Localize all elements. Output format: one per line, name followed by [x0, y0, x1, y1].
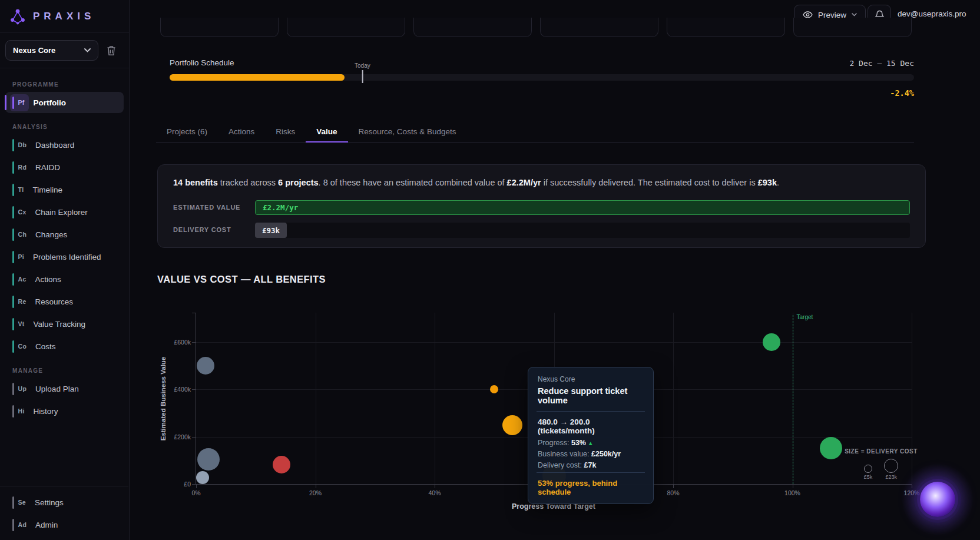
tab-projects-6[interactable]: Projects (6)	[156, 121, 218, 142]
nav-item-accent-bar	[12, 251, 14, 263]
user-email[interactable]: dev@usepraxis.pro	[898, 9, 966, 18]
benefit-bubble[interactable]	[273, 456, 290, 473]
nav-item-accent-bar	[12, 206, 14, 218]
y-axis-title: Estimated Business Value	[160, 357, 167, 441]
programme-select[interactable]: Nexus Core	[5, 40, 98, 61]
summary-card-stub[interactable]	[540, 18, 658, 37]
estimated-value-label: ESTIMATED VALUE	[173, 204, 240, 211]
tab-bar: Projects (6)ActionsRisksValueResource, C…	[156, 121, 914, 143]
tooltip-title: Reduce support ticket volume	[538, 386, 644, 405]
benefit-bubble[interactable]	[763, 333, 780, 351]
benefit-bubble[interactable]	[820, 437, 842, 459]
nav-item-badge: Ac	[10, 271, 31, 288]
sidebar-item-timeline[interactable]: TlTimeline	[5, 179, 124, 200]
tab-risks[interactable]: Risks	[265, 121, 306, 142]
tooltip-row: Business value: £250k/yr	[538, 450, 644, 458]
summary-card-stub[interactable]	[793, 18, 912, 37]
nav-item-accent-bar	[12, 340, 14, 353]
size-legend: SIZE = DELIVERY COST £5k£23k	[840, 448, 922, 480]
sidebar-item-costs[interactable]: CoCosts	[5, 336, 124, 357]
benefit-bubble[interactable]	[490, 385, 498, 393]
tab-value[interactable]: Value	[306, 121, 347, 142]
nav-item-accent-bar	[12, 405, 14, 418]
nav-item-label: Chain Explorer	[35, 208, 88, 217]
summary-card-stub[interactable]	[160, 18, 279, 37]
sidebar-item-changes[interactable]: ChChanges	[5, 224, 124, 245]
nav-item-accent-bar	[12, 496, 14, 509]
y-axis-tick	[192, 389, 196, 390]
tab-actions[interactable]: Actions	[218, 121, 265, 142]
benefits-summary-card: 14 benefits tracked across 6 projects. 8…	[157, 164, 926, 248]
y-gridline	[196, 342, 912, 343]
nav-item-abbr: Re	[18, 298, 27, 305]
x-tick-label: 80%	[667, 489, 679, 496]
schedule-title: Portfolio Schedule	[170, 58, 234, 67]
benefit-bubble-hovered[interactable]	[502, 415, 522, 435]
summary-segment: 6 projects	[278, 178, 319, 187]
sidebar-item-dashboard[interactable]: DbDashboard	[5, 134, 124, 155]
today-marker: Today	[355, 62, 370, 83]
benefit-bubble[interactable]	[196, 471, 209, 484]
sidebar-item-problems-identified[interactable]: PiProblems Identified	[5, 246, 124, 267]
y-axis-top-tick	[192, 313, 196, 313]
today-label: Today	[355, 62, 370, 69]
up-triangle-indicator: ▲	[586, 440, 594, 446]
schedule-progress-track	[170, 74, 914, 81]
nav-item-label: Problems Identified	[33, 253, 101, 261]
programme-select-value: Nexus Core	[13, 46, 55, 55]
nav-item-abbr: Vt	[18, 320, 25, 327]
sidebar-item-actions[interactable]: AcActions	[5, 269, 124, 290]
sidebar-item-chain-explorer[interactable]: CxChain Explorer	[5, 201, 124, 223]
sidebar-item-history[interactable]: HiHistory	[5, 400, 124, 422]
sidebar-item-upload-plan[interactable]: UpUpload Plan	[5, 378, 124, 399]
y-axis-tick	[192, 484, 196, 485]
summary-card-stub[interactable]	[413, 18, 532, 37]
sidebar-item-resources[interactable]: ReResources	[5, 291, 124, 312]
sidebar-item-settings[interactable]: SeSettings	[5, 492, 123, 513]
nav-item-badge: Rd	[10, 159, 31, 176]
nav-item-label: Value Tracking	[34, 320, 85, 329]
x-tick-label: 100%	[784, 489, 800, 496]
x-axis-tick	[673, 485, 674, 488]
y-tick-label: £400k	[174, 386, 191, 393]
size-legend-title: SIZE = DELIVERY COST	[840, 448, 922, 455]
trash-icon[interactable]	[107, 45, 116, 56]
size-legend-circle	[884, 459, 898, 473]
nav-item-label: History	[34, 407, 58, 416]
nav-item-label: Costs	[35, 342, 56, 351]
x-tick-label: 0%	[191, 489, 200, 496]
nav-item-label: Dashboard	[35, 141, 74, 150]
nav-item-badge: Up	[10, 380, 31, 397]
nav-item-accent-bar	[12, 296, 14, 308]
nav-item-accent-bar	[12, 184, 14, 196]
nav-item-abbr: Ad	[18, 521, 27, 528]
sidebar-item-value-tracking[interactable]: VtValue Tracking	[5, 313, 124, 334]
x-axis-tick	[435, 485, 435, 488]
nav-section-label-programme: PROGRAMME	[12, 81, 129, 88]
sidebar-item-admin[interactable]: AdAdmin	[5, 514, 123, 535]
nav-item-abbr: Db	[18, 141, 27, 148]
tab-resource-costs-budgets[interactable]: Resource, Costs & Budgets	[348, 121, 467, 142]
x-axis-tick	[316, 485, 316, 488]
x-gridline	[316, 313, 316, 484]
nav-item-abbr: Ch	[18, 231, 27, 238]
nav-item-accent-bar	[12, 383, 14, 395]
benefit-bubble[interactable]	[197, 357, 214, 375]
nav-item-abbr: Rd	[18, 164, 27, 171]
value-vs-cost-chart: Estimated Business Value Progress Toward…	[196, 313, 912, 485]
y-axis-tick	[192, 437, 196, 438]
summary-card-stub[interactable]	[287, 18, 405, 37]
sidebar-item-raidd[interactable]: RdRAIDD	[5, 157, 124, 178]
assistant-orb-button[interactable]	[920, 482, 955, 517]
summary-segment: .	[777, 178, 779, 187]
chevron-down-icon	[84, 48, 91, 52]
benefit-bubble[interactable]	[197, 448, 220, 471]
nav-item-accent-bar	[12, 97, 14, 109]
nav-item-badge: Ad	[10, 516, 31, 534]
chart-tooltip: Nexus Core Reduce support ticket volume …	[528, 367, 654, 504]
nav-item-badge: Hi	[10, 403, 29, 420]
nav-section-label-manage: MANAGE	[12, 367, 129, 374]
size-legend-item: £23k	[884, 459, 898, 480]
sidebar-item-portfolio[interactable]: PfPortfolio	[5, 92, 124, 113]
summary-card-stub[interactable]	[667, 18, 785, 37]
